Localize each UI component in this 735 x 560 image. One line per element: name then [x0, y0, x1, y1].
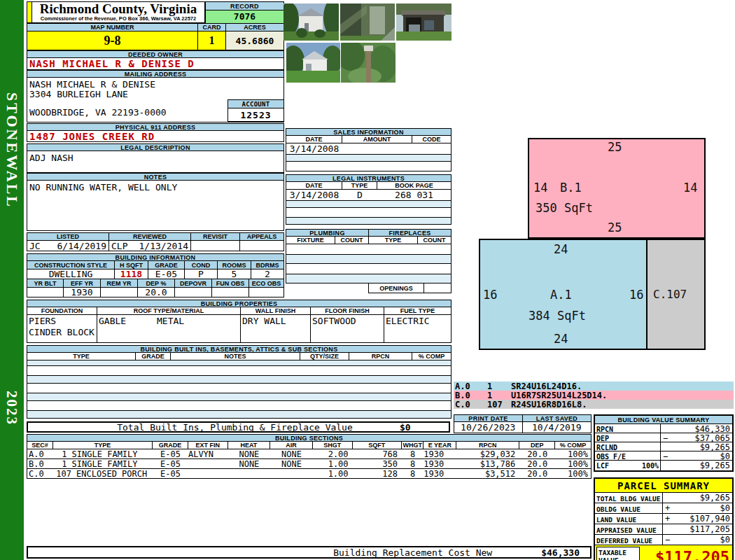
- rooms-value: 5: [218, 270, 251, 279]
- extfin-value: [188, 469, 228, 478]
- fireplaces-title: FIREPLACES: [368, 229, 451, 237]
- parcel-row-label: OBLDG VALUE: [595, 503, 663, 513]
- air-value: [270, 469, 313, 478]
- construction-style-label: CONSTRUCTION STYLE: [27, 261, 115, 269]
- depovr-label: DEPOVR: [175, 279, 212, 287]
- replacement-cost-row: Building Replacement Cost New $46,330: [27, 546, 592, 559]
- bvs-row-label: OBS F/E: [595, 451, 661, 460]
- map-number-label: MAP NUMBER: [27, 23, 198, 31]
- builtins-headers: TYPE GRADE NOTES QTY/SIZE RPCN % COMP: [27, 353, 451, 360]
- dep-value: 20.0: [519, 469, 555, 478]
- instrument-date-value: 3/14/2008: [286, 190, 342, 200]
- parcel-row-label: DEFERRED VALUE: [595, 535, 663, 545]
- sketch-legend-row-c: C.0 107 R24SU16R8D16L8.: [454, 400, 734, 409]
- photo-open-shed[interactable]: [396, 4, 451, 41]
- foundation-label: FOUNDATION: [27, 307, 97, 314]
- building-info-values-2: 1930 20.0: [27, 288, 284, 298]
- sales-date-value: 3/14/2008: [286, 144, 342, 154]
- air-value: NONE: [270, 449, 313, 458]
- air-header: AIR: [270, 442, 313, 449]
- heat-value: [228, 469, 271, 478]
- shgt-value: 1.00: [313, 469, 353, 478]
- eyear-header: E YEAR: [424, 442, 456, 449]
- listed-value: JC6/14/2019: [27, 241, 109, 251]
- reviewed-by: CLP: [111, 241, 127, 251]
- county-name: Richmond County, Virginia: [32, 2, 204, 16]
- sketch-b1-bottom-dim: 25: [608, 220, 622, 234]
- reviewed-value: CLP1/13/2014: [109, 241, 191, 251]
- hsqft-label: H SQFT: [115, 261, 148, 269]
- wall-finish-label: WALL FINISH: [241, 307, 311, 314]
- sqft-header: SQFT: [353, 442, 402, 449]
- photo-shed-closeup[interactable]: [340, 4, 395, 41]
- sketch-a1-id: A.1: [550, 288, 572, 302]
- deeded-owner-value: NASH MICHAEL R & DENISE D: [27, 58, 284, 70]
- bvs-op: −: [663, 451, 668, 460]
- fireplace-count-header: COUNT: [418, 237, 451, 244]
- last-saved-label: LAST SAVED: [522, 414, 592, 422]
- yrblt-label: YR BLT: [27, 279, 64, 287]
- whgt-header: WHGT: [402, 442, 424, 449]
- bvs-value: $9,265: [700, 461, 730, 470]
- sketch-a1-right-dim: 16: [629, 288, 643, 302]
- parcel-row: LAND VALUE +$107,940: [595, 514, 732, 524]
- legal-description-label: LEGAL DESCRIPTION: [27, 144, 284, 151]
- type-value: 107 ENCLOSED PORCH: [53, 469, 153, 478]
- legend-code: 107: [487, 400, 511, 410]
- bvs-op: −: [663, 433, 668, 442]
- remyr-value: [101, 288, 138, 297]
- plumbing-title: PLUMBING: [286, 229, 368, 237]
- print-date-value: 10/26/2023: [454, 422, 523, 433]
- remyr-label: REM YR: [101, 279, 138, 287]
- rpcn-value: $29,032: [456, 449, 519, 458]
- effyr-value: 1930: [64, 288, 101, 297]
- photo-trees-pole[interactable]: [341, 43, 396, 83]
- parcel-value: $0: [720, 503, 730, 513]
- effyr-label: EFF YR: [64, 279, 101, 287]
- bvs-row: RPCN $46,330: [595, 424, 732, 433]
- builtins-empty-rows: [27, 360, 451, 419]
- builtins-rpcn-header: RPCN: [349, 353, 412, 360]
- legend-trace: SR24U16L24D16.: [511, 382, 582, 391]
- builtins-comp-header: % COMP: [412, 353, 451, 360]
- card-label: CARD: [198, 23, 226, 31]
- builtins-total-value: $0: [400, 422, 449, 433]
- builtins-total-label: Total Built Ins, Plumbing & Fireplace Va…: [28, 422, 400, 433]
- instrument-bookpage-header: BOOK PAGE: [377, 182, 451, 189]
- grade-value: E-05: [148, 270, 185, 279]
- yrblt-value: [27, 288, 64, 297]
- sales-amount-value: [342, 144, 412, 154]
- openings-value: [424, 284, 451, 293]
- photo-house-front[interactable]: [284, 4, 339, 41]
- shgt-value: 1.00: [313, 459, 353, 468]
- roof-label: ROOF TYPE/MATERIAL: [97, 307, 241, 314]
- type-value: 1 SINGLE FAMILY: [53, 449, 153, 458]
- replacement-cost-label: Building Replacement Cost New: [333, 547, 492, 558]
- appeals-value: [240, 241, 284, 251]
- bvs-value: $0: [720, 451, 730, 460]
- legend-code: 1: [487, 391, 511, 400]
- instrument-bookpage-value: 268 031: [377, 190, 451, 200]
- sketch-b1-left-dim: 14: [533, 181, 547, 195]
- bvs-row-label: RCLND: [595, 442, 661, 451]
- instrument-empty-row: [286, 208, 451, 218]
- parcel-row-label: LAND VALUE: [595, 514, 663, 524]
- reviewed-date: 1/13/2014: [139, 241, 188, 251]
- building-properties-title: BUILDING PROPERTIES: [27, 300, 451, 307]
- legend-code: 1: [487, 382, 511, 391]
- photo-house-side[interactable]: [286, 43, 340, 83]
- rpcn-value: $3,512: [456, 469, 519, 478]
- bvs-row-label: RPCN: [595, 424, 661, 433]
- building-properties-values: PIERS CINDER BLOCK GABLE METAL DRY WALL …: [27, 315, 451, 343]
- mailing-address-label: MAILING ADDRESS: [27, 70, 284, 78]
- sales-information-table: SALES INFORMATION DATE AMOUNT CODE 3/14/…: [286, 128, 451, 172]
- sales-date-header: DATE: [286, 136, 342, 143]
- builtins-notes-header: NOTES: [171, 353, 300, 360]
- review-headers: LISTED REVIEWED REVISIT APPEALS: [27, 232, 284, 241]
- rpcn-header: RPCN: [456, 442, 519, 449]
- print-saved-table: PRINT DATE LAST SAVED 10/26/2023 10/4/20…: [454, 414, 592, 433]
- taxable-value-label: TAXABLE VALUE: [596, 547, 640, 560]
- account-box: ACCOUNT 12523: [227, 99, 284, 122]
- bvs-row: RCLND $9,265: [595, 442, 732, 451]
- heat-value: NONE: [228, 449, 271, 458]
